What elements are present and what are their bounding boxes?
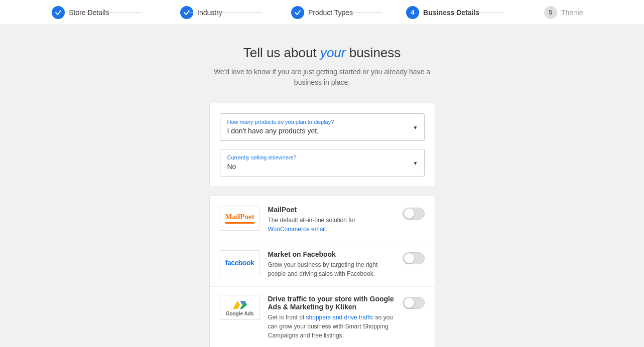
plugin-toggle-facebook[interactable] xyxy=(403,252,425,264)
googleads-svg-icon xyxy=(233,299,247,310)
plugin-desc-facebook: Grow your business by targeting the righ… xyxy=(268,260,395,278)
toggle-googleads[interactable] xyxy=(403,297,425,309)
plugins-card: MailPoet MailPoet The default all-in-one… xyxy=(209,195,435,347)
dropdown-group: How many products do you plan to display… xyxy=(220,113,425,177)
step-icon-store-details xyxy=(52,6,65,19)
plugin-info-facebook: Market on Facebook Grow your business by… xyxy=(268,250,395,278)
products-dropdown-value: I don't have any products yet. xyxy=(227,127,319,135)
step-industry[interactable]: Industry xyxy=(141,6,262,19)
step-business-details[interactable]: 4 Business Details xyxy=(382,6,503,19)
plugin-googleads: Google Ads Drive traffic to your store w… xyxy=(210,287,435,347)
plugin-desc-mailpoet: The default all-in-one solution for WooC… xyxy=(268,216,395,234)
plugin-name-googleads: Drive traffic to your store with Google … xyxy=(268,295,395,311)
toggle-facebook[interactable] xyxy=(403,252,425,264)
step-product-types[interactable]: Product Types xyxy=(262,6,382,19)
step-icon-theme: 5 xyxy=(544,6,557,19)
plugin-name-facebook: Market on Facebook xyxy=(268,250,395,258)
step-icon-product-types xyxy=(291,6,304,19)
selling-dropdown-value: No xyxy=(227,162,236,170)
plugin-toggle-googleads[interactable] xyxy=(403,297,425,309)
step-label-store-details: Store Details xyxy=(69,9,109,17)
step-icon-business-details: 4 xyxy=(406,6,419,19)
toggle-mailpoet[interactable] xyxy=(403,208,425,220)
main-content: Tell us about your business We'd love to… xyxy=(0,25,644,347)
dropdown-arrow-products: ▼ xyxy=(413,124,418,130)
step-label-industry: Industry xyxy=(197,9,222,17)
plugin-info-mailpoet: MailPoet The default all-in-one solution… xyxy=(268,206,395,234)
plugin-logo-facebook: facebook xyxy=(220,250,260,275)
plugin-logo-googleads: Google Ads xyxy=(220,295,260,320)
products-dropdown[interactable]: How many products do you plan to display… xyxy=(220,113,425,141)
selling-dropdown-label: Currently selling elsewhere? xyxy=(227,154,417,160)
plugin-facebook: facebook Market on Facebook Grow your bu… xyxy=(210,242,435,287)
step-theme[interactable]: 5 Theme xyxy=(503,6,624,19)
plugin-toggle-mailpoet[interactable] xyxy=(403,208,425,220)
plugin-mailpoet: MailPoet MailPoet The default all-in-one… xyxy=(210,198,435,242)
products-dropdown-label: How many products do you plan to display… xyxy=(227,119,417,125)
plugin-info-googleads: Drive traffic to your store with Google … xyxy=(268,295,395,340)
plugin-name-mailpoet: MailPoet xyxy=(268,206,395,214)
dropdown-arrow-selling: ▼ xyxy=(413,160,418,165)
step-label-business-details: Business Details xyxy=(423,9,479,17)
step-label-theme: Theme xyxy=(561,9,583,17)
step-store-details[interactable]: Store Details xyxy=(20,6,141,19)
step-label-product-types: Product Types xyxy=(308,9,353,17)
dropdowns-card: How many products do you plan to display… xyxy=(209,103,435,187)
page-subtitle: We'd love to know if you are just gettin… xyxy=(209,67,435,88)
stepper: Store Details Industry Product Types 4 B… xyxy=(0,0,644,25)
selling-dropdown[interactable]: Currently selling elsewhere? No ▼ xyxy=(220,149,425,177)
plugin-desc-googleads: Get in front of shoppers and drive traff… xyxy=(268,313,395,340)
step-icon-industry xyxy=(180,6,193,19)
plugin-logo-mailpoet: MailPoet xyxy=(220,206,260,231)
svg-marker-0 xyxy=(233,301,240,309)
page-title: Tell us about your business xyxy=(243,45,401,61)
